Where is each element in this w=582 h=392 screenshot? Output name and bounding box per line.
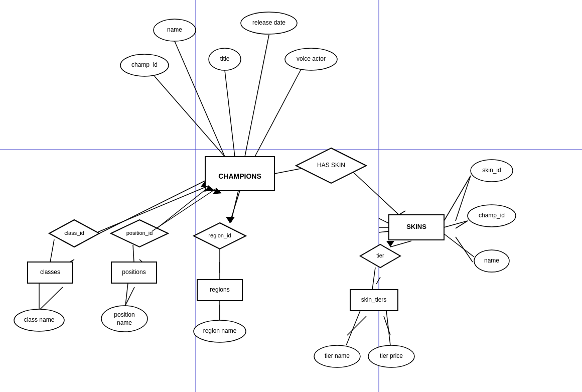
class-id-label: class_id (64, 230, 84, 236)
svg-point-55 (101, 306, 148, 332)
svg-line-60 (444, 221, 468, 227)
diagram-svg: CHAMPIONS SKINS classes positions region… (0, 0, 582, 392)
svg-line-68 (372, 268, 375, 290)
svg-line-10 (399, 211, 405, 215)
svg-line-59 (444, 176, 471, 221)
er-diagram-canvas: CHAMPIONS SKINS classes positions region… (0, 0, 582, 392)
skins-label: SKINS (406, 223, 426, 230)
svg-line-13 (456, 221, 468, 228)
svg-line-73 (98, 186, 209, 232)
regions-label: regions (210, 286, 229, 293)
attr-skin-id-label: skin_id (482, 167, 501, 174)
svg-line-61 (444, 234, 474, 257)
svg-line-36 (379, 231, 389, 232)
svg-line-34 (379, 218, 389, 223)
attr-skins-champ-id-label: champ_id (479, 212, 505, 219)
svg-line-7 (255, 69, 301, 157)
attr-release-date-label: release date (252, 19, 285, 26)
attr-tier-price-label: tier price (380, 352, 403, 359)
tier-label: tier (376, 252, 384, 258)
attr-skin-name-label: name (484, 257, 499, 264)
attr-champ-id-label: champ_id (131, 61, 158, 68)
attr-position-name-label2: name (117, 319, 132, 326)
attr-name-label: name (167, 26, 182, 33)
attr-class-name-label: class name (24, 316, 55, 323)
attr-position-name-label: position (114, 311, 134, 318)
svg-line-29 (376, 277, 380, 284)
has-skin-label: HAS SKIN (317, 162, 345, 169)
skin-tiers-label: skin_tiers (361, 296, 387, 303)
classes-label: classes (40, 269, 60, 276)
attr-region-name-label: region name (203, 327, 237, 334)
svg-line-70 (386, 311, 390, 345)
attr-tier-name-label: tier name (325, 352, 350, 359)
attr-title-label: title (220, 55, 230, 62)
svg-line-18 (40, 287, 63, 309)
svg-line-6 (245, 35, 269, 157)
svg-line-9 (346, 166, 405, 221)
champions-label: CHAMPIONS (218, 172, 261, 180)
position-id-label: position_id (126, 230, 153, 236)
svg-line-75 (153, 188, 217, 231)
region-id-label: region_id (208, 232, 231, 238)
svg-line-62 (50, 239, 54, 262)
svg-line-4 (155, 76, 225, 157)
attr-voice-actor-label: voice actor (297, 55, 326, 62)
svg-line-69 (346, 311, 360, 345)
svg-line-5 (225, 70, 235, 157)
svg-line-64 (133, 245, 134, 262)
positions-label: positions (122, 269, 145, 276)
